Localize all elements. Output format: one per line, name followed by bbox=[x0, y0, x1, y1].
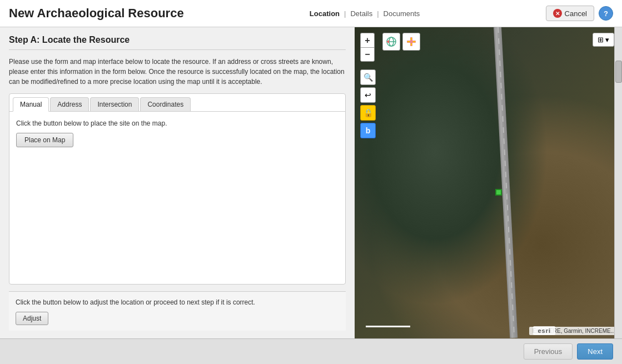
nav-documents[interactable]: Documents bbox=[379, 9, 425, 18]
nav-details[interactable]: Details bbox=[346, 9, 377, 18]
previous-button[interactable]: Previous bbox=[524, 343, 573, 360]
esri-logo: esri bbox=[533, 326, 555, 335]
map-top-toolbar bbox=[382, 33, 420, 51]
bottom-section: Click the button below to adjust the loc… bbox=[9, 291, 346, 331]
tabs-header: Manual Address Intersection Coordinates bbox=[9, 94, 345, 112]
tab-content: Click the button below to place the site… bbox=[9, 112, 345, 155]
tab-intersection[interactable]: Intersection bbox=[90, 97, 139, 111]
tab-address[interactable]: Address bbox=[50, 97, 89, 111]
map-tool-b[interactable]: b bbox=[360, 123, 376, 138]
map-zoom-controls: + − bbox=[360, 33, 375, 62]
map-tool-undo[interactable]: ↩ bbox=[360, 87, 376, 103]
header-nav: Location | Details | Documents bbox=[305, 9, 424, 18]
map-layers-button[interactable]: ⊞ ▾ bbox=[593, 33, 614, 47]
map-tool-search[interactable]: 🔍 bbox=[360, 69, 376, 85]
app-container: New Archaeological Resource Location | D… bbox=[0, 0, 622, 364]
zoom-in-button[interactable]: + bbox=[360, 33, 375, 47]
nav-location[interactable]: Location bbox=[305, 9, 344, 18]
left-panel: Step A: Locate the Resource Please use t… bbox=[0, 27, 355, 338]
tabs-container: Manual Address Intersection Coordinates … bbox=[9, 93, 346, 285]
main-content: Step A: Locate the Resource Please use t… bbox=[0, 27, 622, 338]
header: New Archaeological Resource Location | D… bbox=[0, 0, 622, 27]
page-title: New Archaeological Resource bbox=[9, 6, 184, 21]
help-button[interactable]: ? bbox=[599, 6, 613, 21]
svg-rect-6 bbox=[407, 41, 410, 42]
map-tools: 🔍 ↩ 🔒 b bbox=[360, 69, 376, 138]
scale-bar bbox=[366, 326, 410, 327]
header-actions: ✕ Cancel ? bbox=[546, 6, 613, 21]
map-tool-lock[interactable]: 🔒 bbox=[360, 105, 376, 121]
step-title: Step A: Locate the Resource bbox=[9, 35, 346, 50]
layers-chevron: ▾ bbox=[605, 36, 609, 44]
layers-icon: ⊞ bbox=[598, 36, 604, 44]
cancel-icon: ✕ bbox=[553, 9, 562, 18]
scale-line bbox=[366, 326, 410, 327]
map-crosshair-button[interactable] bbox=[402, 33, 420, 51]
place-on-map-button[interactable]: Place on Map bbox=[16, 133, 73, 147]
svg-rect-8 bbox=[411, 38, 412, 40]
map-globe-button[interactable] bbox=[382, 33, 400, 51]
svg-rect-7 bbox=[413, 41, 415, 42]
tab-manual[interactable]: Manual bbox=[13, 97, 49, 112]
cancel-button[interactable]: ✕ Cancel bbox=[546, 6, 594, 21]
tab-instruction: Click the button below to place the site… bbox=[16, 119, 339, 127]
tab-coordinates[interactable]: Coordinates bbox=[140, 97, 191, 111]
svg-rect-9 bbox=[411, 43, 412, 46]
instructions: Please use the form and map interface be… bbox=[9, 57, 346, 87]
cancel-label: Cancel bbox=[565, 9, 587, 18]
adjust-button[interactable]: Adjust bbox=[16, 312, 48, 325]
map-marker bbox=[495, 189, 502, 196]
map-scrollbar[interactable] bbox=[614, 27, 622, 338]
bottom-instruction: Click the button below to adjust the loc… bbox=[16, 297, 339, 307]
next-button[interactable]: Next bbox=[577, 343, 613, 360]
zoom-out-button[interactable]: − bbox=[360, 47, 375, 62]
map-background bbox=[355, 27, 622, 338]
map-scrollbar-thumb[interactable] bbox=[615, 61, 622, 83]
map-panel[interactable]: + − 🔍 ↩ 🔒 b bbox=[355, 27, 622, 338]
footer: Previous Next bbox=[0, 338, 622, 364]
